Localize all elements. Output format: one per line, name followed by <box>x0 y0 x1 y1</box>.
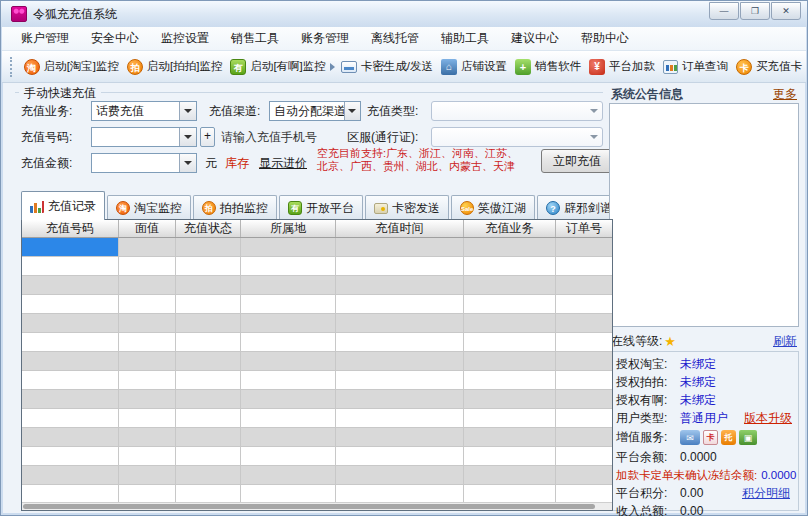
table-cell[interactable] <box>22 466 119 485</box>
table-cell[interactable] <box>119 447 176 466</box>
scrollbar-thumb[interactable] <box>23 504 595 509</box>
table-cell[interactable] <box>176 276 241 295</box>
maximize-button[interactable]: ❐ <box>740 2 770 20</box>
table-cell[interactable] <box>176 428 241 447</box>
table-cell[interactable] <box>241 390 336 409</box>
toolbar-platform-topup[interactable]: ¥ 平台加款 <box>585 54 659 80</box>
table-cell[interactable] <box>22 276 119 295</box>
table-cell[interactable] <box>556 390 612 409</box>
toolbar-shop-settings[interactable]: ⌂ 店铺设置 <box>437 54 511 80</box>
table-cell[interactable] <box>464 428 556 447</box>
table-cell[interactable] <box>241 257 336 276</box>
table-cell[interactable] <box>176 314 241 333</box>
table-cell[interactable] <box>176 447 241 466</box>
table-cell[interactable] <box>241 238 336 257</box>
table-cell[interactable] <box>241 371 336 390</box>
table-cell[interactable] <box>22 409 119 428</box>
table-cell[interactable] <box>119 333 176 352</box>
menu-suggestions[interactable]: 建议中心 <box>500 27 570 50</box>
table-cell[interactable] <box>464 466 556 485</box>
table-cell[interactable] <box>556 314 612 333</box>
menu-finance[interactable]: 账务管理 <box>290 27 360 50</box>
table-row[interactable] <box>22 238 612 257</box>
table-cell[interactable] <box>176 238 241 257</box>
table-cell[interactable] <box>336 371 464 390</box>
toolbar-order-query[interactable]: 订单查询 <box>659 54 732 80</box>
offline-host-service-icon[interactable]: 托 <box>721 430 736 445</box>
table-cell[interactable] <box>556 352 612 371</box>
toolbar-sales-software[interactable]: + 销售软件 <box>511 54 585 80</box>
business-select[interactable]: 话费充值 <box>91 101 197 121</box>
table-cell[interactable] <box>176 371 241 390</box>
tab-card-send[interactable]: 卡密发送 <box>365 195 449 220</box>
table-cell[interactable] <box>241 409 336 428</box>
tab-taobao-monitor[interactable]: 淘 淘宝监控 <box>107 195 191 220</box>
announcement-more-link[interactable]: 更多 <box>773 86 797 103</box>
table-cell[interactable] <box>464 276 556 295</box>
table-cell[interactable] <box>176 295 241 314</box>
table-cell[interactable] <box>464 390 556 409</box>
table-cell[interactable] <box>119 257 176 276</box>
table-cell[interactable] <box>119 295 176 314</box>
table-cell[interactable] <box>119 428 176 447</box>
table-cell[interactable] <box>556 447 612 466</box>
table-row[interactable] <box>22 257 612 276</box>
table-cell[interactable] <box>464 352 556 371</box>
menu-security[interactable]: 安全中心 <box>80 27 150 50</box>
menu-monitor-settings[interactable]: 监控设置 <box>150 27 220 50</box>
column-header[interactable]: 充值号码 <box>22 220 119 237</box>
table-row[interactable] <box>22 409 612 428</box>
table-cell[interactable] <box>556 409 612 428</box>
tab-open-platform[interactable]: 有 开放平台 <box>279 195 363 220</box>
table-cell[interactable] <box>464 238 556 257</box>
chevron-down-icon[interactable] <box>179 102 196 120</box>
refresh-link[interactable]: 刷新 <box>773 333 797 350</box>
chevron-down-icon[interactable] <box>344 102 360 120</box>
table-cell[interactable] <box>464 447 556 466</box>
table-row[interactable] <box>22 352 612 371</box>
table-cell[interactable] <box>176 390 241 409</box>
table-cell[interactable] <box>241 333 336 352</box>
column-header[interactable]: 充值业务 <box>464 220 556 237</box>
zone-select[interactable] <box>431 127 603 147</box>
table-cell[interactable] <box>176 333 241 352</box>
channel-select[interactable]: 自动分配渠道 <box>269 101 361 121</box>
table-row[interactable] <box>22 428 612 447</box>
table-cell[interactable] <box>336 333 464 352</box>
table-cell[interactable] <box>336 409 464 428</box>
toolbar-buy-card[interactable]: 卡 买充值卡 <box>732 54 806 80</box>
table-row[interactable] <box>22 295 612 314</box>
table-cell[interactable] <box>464 333 556 352</box>
chevron-down-icon[interactable] <box>179 128 196 146</box>
table-cell[interactable] <box>22 314 119 333</box>
table-cell[interactable] <box>119 276 176 295</box>
table-cell[interactable] <box>241 314 336 333</box>
table-cell[interactable] <box>336 257 464 276</box>
table-cell[interactable] <box>464 257 556 276</box>
chevron-down-icon[interactable] <box>179 154 196 172</box>
table-cell[interactable] <box>241 352 336 371</box>
table-cell[interactable] <box>336 276 464 295</box>
table-cell[interactable] <box>176 409 241 428</box>
table-cell[interactable] <box>336 466 464 485</box>
menu-offline-host[interactable]: 离线托管 <box>360 27 430 50</box>
table-cell[interactable] <box>556 466 612 485</box>
tab-recharge-records[interactable]: 充值记录 <box>21 191 105 220</box>
add-number-button[interactable]: + <box>200 127 215 147</box>
type-select[interactable] <box>431 101 603 121</box>
table-cell[interactable] <box>336 314 464 333</box>
table-cell[interactable] <box>556 238 612 257</box>
table-cell[interactable] <box>176 257 241 276</box>
tab-paipai-monitor[interactable]: 拍 拍拍监控 <box>193 195 277 220</box>
table-row[interactable] <box>22 371 612 390</box>
table-cell[interactable] <box>336 238 464 257</box>
table-cell[interactable] <box>22 352 119 371</box>
column-header[interactable]: 所属地 <box>241 220 336 237</box>
table-cell[interactable] <box>119 371 176 390</box>
table-row[interactable] <box>22 466 612 485</box>
minimize-button[interactable]: — <box>709 2 739 20</box>
column-header[interactable]: 面值 <box>119 220 176 237</box>
table-cell[interactable] <box>336 390 464 409</box>
table-cell[interactable] <box>336 447 464 466</box>
sms-service-icon[interactable]: ✉ <box>680 430 700 445</box>
